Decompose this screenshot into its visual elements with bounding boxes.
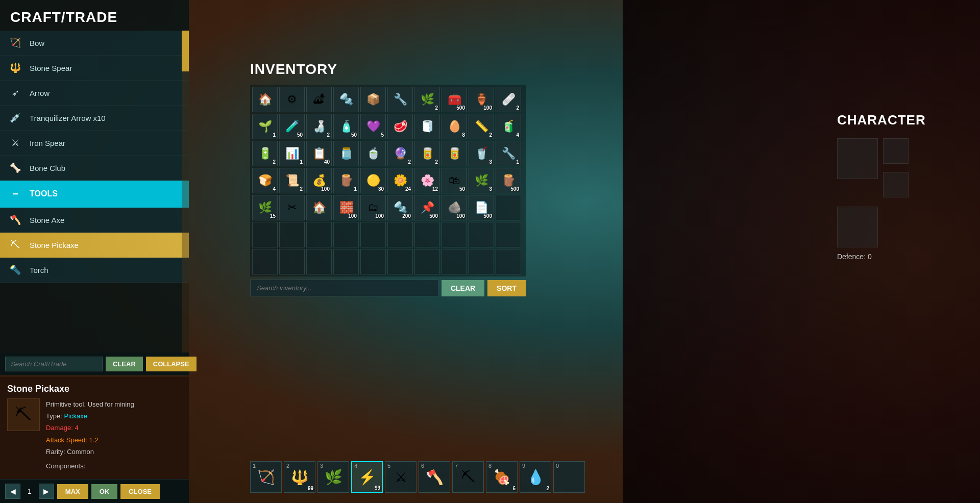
character-slot-2[interactable] — [883, 172, 909, 197]
nav-prev-button[interactable]: ◀ — [5, 484, 20, 499]
inventory-cell-66[interactable] — [414, 249, 440, 274]
inventory-cell-67[interactable] — [442, 249, 467, 274]
inventory-cell-64[interactable] — [360, 249, 386, 274]
inventory-cell-54[interactable] — [360, 222, 386, 247]
inventory-cell-27[interactable]: 🥫 — [442, 141, 467, 166]
inventory-cell-8[interactable]: 🏺100 — [469, 87, 494, 112]
inventory-cell-12[interactable]: 🍶2 — [306, 114, 332, 139]
inventory-cell-10[interactable]: 🌱1 — [252, 114, 278, 139]
inventory-cell-17[interactable]: 🥚8 — [442, 114, 467, 139]
inventory-cell-16[interactable]: 🧻 — [414, 114, 440, 139]
craft-search-input[interactable] — [5, 357, 103, 371]
hotbar-slot-9[interactable]: 9💧2 — [520, 461, 551, 493]
character-lower-slot[interactable] — [837, 207, 878, 247]
inventory-cell-34[interactable]: 🟡30 — [360, 168, 386, 193]
scrollbar-thumb[interactable] — [182, 31, 189, 71]
inventory-cell-51[interactable] — [279, 222, 305, 247]
inventory-cell-44[interactable]: 🗂100 — [360, 195, 386, 220]
inventory-cell-3[interactable]: 🔩 — [333, 87, 359, 112]
hotbar-slot-1[interactable]: 1🏹 — [250, 461, 282, 493]
inventory-cell-42[interactable]: 🏠 — [306, 195, 332, 220]
hotbar-slot-5[interactable]: 5⚔ — [385, 461, 416, 493]
inventory-cell-32[interactable]: 💰100 — [306, 168, 332, 193]
inventory-cell-41[interactable]: ✂ — [279, 195, 305, 220]
inventory-cell-43[interactable]: 🧱100 — [333, 195, 359, 220]
inventory-cell-9[interactable]: 🩹2 — [496, 87, 521, 112]
craft-item-stone-pickaxe[interactable]: ⛏ Stone Pickaxe — [0, 233, 189, 258]
craft-item-arrow[interactable]: ➶ Arrow — [0, 81, 189, 106]
inventory-cell-6[interactable]: 🌿2 — [414, 87, 440, 112]
inventory-cell-59[interactable] — [496, 222, 521, 247]
inventory-cell-22[interactable]: 📋40 — [306, 141, 332, 166]
tools-category-header[interactable]: − TOOLS — [0, 181, 189, 208]
craft-item-iron-spear[interactable]: ⚔ Iron Spear — [0, 131, 189, 156]
inventory-cell-55[interactable] — [387, 222, 413, 247]
hotbar-slot-6[interactable]: 6🪓 — [419, 461, 450, 493]
hotbar-slot-3[interactable]: 3🌿 — [317, 461, 349, 493]
inventory-search-input[interactable] — [250, 280, 438, 296]
inventory-cell-36[interactable]: 🌸12 — [414, 168, 440, 193]
craft-scrollbar[interactable] — [182, 31, 189, 353]
inventory-cell-45[interactable]: 🔩200 — [387, 195, 413, 220]
nav-close-button[interactable]: CLOSE — [120, 484, 160, 499]
inventory-cell-15[interactable]: 🥩 — [387, 114, 413, 139]
inventory-cell-39[interactable]: 🪵500 — [496, 168, 521, 193]
craft-item-stone-axe[interactable]: 🪓 Stone Axe — [0, 208, 189, 233]
nav-ok-button[interactable]: OK — [91, 484, 118, 499]
character-main-slot[interactable] — [837, 138, 878, 179]
inventory-cell-56[interactable] — [414, 222, 440, 247]
craft-item-torch[interactable]: 🔦 Torch — [0, 258, 189, 283]
hotbar-slot-0[interactable]: 0 — [553, 461, 585, 493]
inventory-cell-7[interactable]: 🧰500 — [442, 87, 467, 112]
craft-collapse-button[interactable]: COLLAPSE — [146, 357, 197, 371]
inventory-cell-47[interactable]: 🪨100 — [442, 195, 467, 220]
inventory-cell-61[interactable] — [279, 249, 305, 274]
inventory-cell-5[interactable]: 🔧 — [387, 87, 413, 112]
inventory-cell-65[interactable] — [387, 249, 413, 274]
inventory-cell-60[interactable] — [252, 249, 278, 274]
inventory-cell-48[interactable]: 📄500 — [469, 195, 494, 220]
craft-item-bow[interactable]: 🏹 Bow — [0, 31, 189, 56]
craft-item-stone-spear[interactable]: 🔱 Stone Spear — [0, 56, 189, 81]
inventory-cell-40[interactable]: 🌿15 — [252, 195, 278, 220]
inventory-cell-35[interactable]: 🌼24 — [387, 168, 413, 193]
inventory-cell-52[interactable] — [306, 222, 332, 247]
inventory-cell-23[interactable]: 🫙 — [333, 141, 359, 166]
nav-max-button[interactable]: MAX — [57, 484, 88, 499]
inventory-cell-26[interactable]: 🥫2 — [414, 141, 440, 166]
inventory-cell-2[interactable]: 🏕 — [306, 87, 332, 112]
inventory-cell-46[interactable]: 📌500 — [414, 195, 440, 220]
inventory-cell-57[interactable] — [442, 222, 467, 247]
inventory-cell-13[interactable]: 🧴50 — [333, 114, 359, 139]
inventory-cell-20[interactable]: 🔋2 — [252, 141, 278, 166]
inventory-cell-68[interactable] — [469, 249, 494, 274]
inventory-cell-25[interactable]: 🔮2 — [387, 141, 413, 166]
inventory-sort-button[interactable]: SORT — [487, 280, 526, 296]
inventory-cell-1[interactable]: ⚙ — [279, 87, 305, 112]
craft-item-bone-club[interactable]: 🦴 Bone Club — [0, 156, 189, 181]
inventory-cell-18[interactable]: 📏2 — [469, 114, 494, 139]
inventory-cell-49[interactable] — [496, 195, 521, 220]
inventory-cell-11[interactable]: 🧪50 — [279, 114, 305, 139]
inventory-cell-38[interactable]: 🌿3 — [469, 168, 494, 193]
inventory-cell-33[interactable]: 🪵1 — [333, 168, 359, 193]
inventory-cell-31[interactable]: 📜2 — [279, 168, 305, 193]
inventory-cell-4[interactable]: 📦 — [360, 87, 386, 112]
hotbar-slot-4[interactable]: 4⚡99 — [351, 461, 383, 493]
inventory-cell-53[interactable] — [333, 222, 359, 247]
inventory-cell-0[interactable]: 🏠 — [252, 87, 278, 112]
hotbar-slot-2[interactable]: 2🔱99 — [284, 461, 315, 493]
character-slot-1[interactable] — [883, 138, 909, 164]
craft-clear-button[interactable]: CLEAR — [106, 357, 143, 371]
inventory-cell-30[interactable]: 🍞4 — [252, 168, 278, 193]
inventory-cell-63[interactable] — [333, 249, 359, 274]
inventory-cell-28[interactable]: 🥤3 — [469, 141, 494, 166]
inventory-cell-62[interactable] — [306, 249, 332, 274]
nav-next-button[interactable]: ▶ — [39, 484, 54, 499]
inventory-cell-58[interactable] — [469, 222, 494, 247]
inventory-cell-14[interactable]: 💜5 — [360, 114, 386, 139]
inventory-cell-50[interactable] — [252, 222, 278, 247]
inventory-cell-24[interactable]: 🍵 — [360, 141, 386, 166]
inventory-cell-19[interactable]: 🧃4 — [496, 114, 521, 139]
inventory-cell-37[interactable]: 🛍50 — [442, 168, 467, 193]
